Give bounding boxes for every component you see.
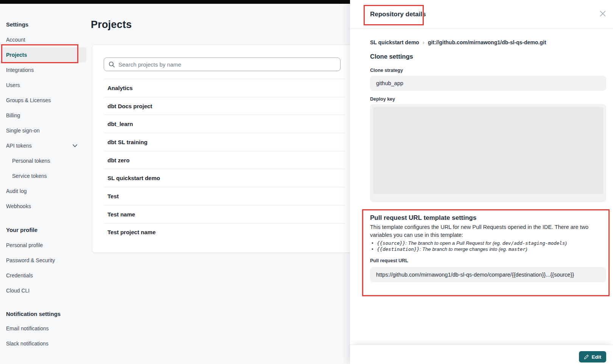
pr-template-description: This template configures the URL for new…: [370, 223, 597, 239]
project-row[interactable]: Test name: [104, 205, 345, 223]
project-row[interactable]: Test project name: [104, 223, 345, 241]
edit-button[interactable]: Edit: [579, 351, 607, 362]
pr-variable-list: {{source}}: The branch to open a Pull Re…: [370, 240, 606, 252]
panel-body: SL quickstart demo › git://github.com/mi…: [350, 39, 613, 282]
sidebar-heading-your-profile: Your profile: [0, 226, 92, 234]
pull-request-url-value: https://github.com/mirnawong1/db-sl-qs-d…: [370, 267, 606, 282]
project-list: Analytics dbt Docs project dbt_learn dbt…: [104, 79, 345, 241]
page-title: Projects: [91, 19, 132, 31]
panel-footer: Edit: [350, 345, 613, 364]
sidebar-item-single-sign-on[interactable]: Single sign-on: [0, 123, 92, 138]
pencil-icon: [584, 354, 589, 359]
sidebar-item-projects[interactable]: Projects: [2, 47, 86, 62]
pr-template-heading: Pull request URL template settings: [370, 214, 606, 222]
sidebar-item-email-notifications[interactable]: Email notifications: [0, 321, 92, 336]
search-input[interactable]: [118, 61, 336, 68]
sidebar-item-groups-licenses[interactable]: Groups & Licenses: [0, 93, 92, 108]
sidebar-item-password-security[interactable]: Password & Security: [0, 253, 92, 268]
sidebar-spacer: [0, 298, 92, 310]
search-icon: [109, 61, 115, 68]
settings-sidebar: Settings Account Projects Integrations U…: [0, 4, 92, 351]
projects-card: Analytics dbt Docs project dbt_learn dbt…: [92, 45, 357, 253]
clone-settings-heading: Clone settings: [370, 53, 606, 62]
breadcrumb-project[interactable]: SL quickstart demo: [370, 39, 419, 45]
project-row[interactable]: dbt_learn: [104, 115, 345, 133]
sidebar-item-cloud-cli[interactable]: Cloud CLI: [0, 283, 92, 298]
project-row[interactable]: SL quickstart demo: [104, 169, 345, 187]
project-row[interactable]: dbt SL training: [104, 133, 345, 151]
panel-title: Repository details: [370, 11, 426, 18]
pr-variable-source: {{source}}: The branch to open a Pull Re…: [370, 240, 606, 246]
pr-variable-destination: {{destination}}: The branch to merge cha…: [370, 246, 606, 252]
edit-button-label: Edit: [592, 354, 602, 360]
clone-strategy-label: Clone strategy: [370, 68, 606, 74]
clone-strategy-value: github_app: [370, 76, 606, 91]
project-row[interactable]: Analytics: [104, 79, 345, 97]
breadcrumb-repo-url: git://github.com/mirnawong1/db-sl-qs-dem…: [428, 39, 546, 45]
sidebar-item-api-tokens[interactable]: API tokens: [0, 138, 92, 153]
panel-header: Repository details: [350, 0, 613, 29]
sidebar-item-personal-tokens[interactable]: Personal tokens: [0, 153, 92, 168]
project-row[interactable]: dbt zero: [104, 151, 345, 169]
project-row[interactable]: Test: [104, 187, 345, 205]
deploy-key-field: [370, 104, 606, 202]
sidebar-item-credentials[interactable]: Credentials: [0, 268, 92, 283]
sidebar-heading-notification-settings: Notification settings: [0, 310, 92, 318]
project-search[interactable]: [104, 58, 341, 71]
sidebar-item-users[interactable]: Users: [0, 78, 92, 93]
pull-request-url-label: Pull request URL: [370, 258, 606, 264]
sidebar-item-personal-profile[interactable]: Personal profile: [0, 238, 92, 253]
sidebar-spacer: [0, 214, 92, 226]
sidebar-item-slack-notifications[interactable]: Slack notifications: [0, 336, 92, 351]
sidebar-item-webhooks[interactable]: Webhooks: [0, 199, 92, 214]
sidebar-heading-settings: Settings: [0, 21, 92, 28]
breadcrumb-chevron-icon: ›: [423, 39, 425, 45]
deploy-key-textarea[interactable]: [373, 107, 603, 194]
chevron-down-icon: [72, 143, 78, 148]
repository-details-panel: Repository details SL quickstart demo › …: [350, 0, 613, 364]
close-icon[interactable]: [599, 9, 608, 18]
sidebar-item-audit-log[interactable]: Audit log: [0, 184, 92, 199]
sidebar-item-account[interactable]: Account: [0, 32, 92, 47]
sidebar-item-integrations[interactable]: Integrations: [0, 62, 92, 78]
top-black-bar: [0, 0, 350, 4]
sidebar-item-billing[interactable]: Billing: [0, 108, 92, 123]
deploy-key-label: Deploy key: [370, 96, 606, 103]
sidebar-item-service-tokens[interactable]: Service tokens: [0, 168, 92, 184]
breadcrumb: SL quickstart demo › git://github.com/mi…: [370, 39, 606, 46]
project-row[interactable]: dbt Docs project: [104, 97, 345, 115]
